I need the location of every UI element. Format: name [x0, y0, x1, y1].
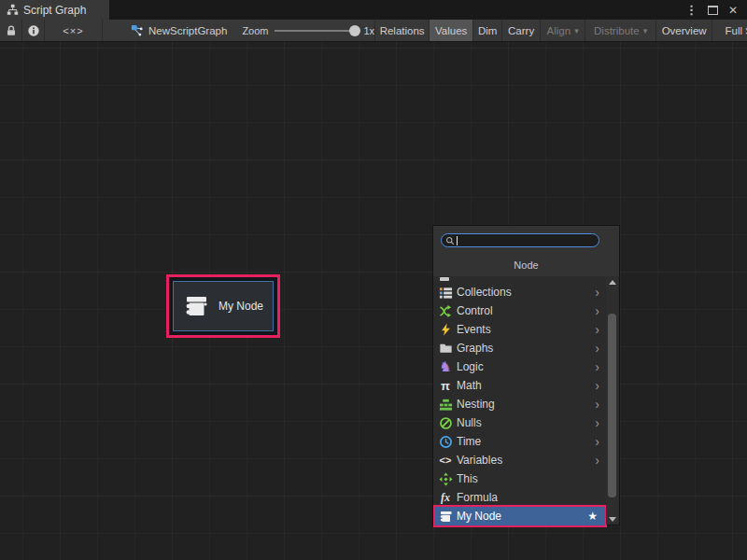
dim-label: Dim — [478, 25, 497, 36]
code-icon: <×> — [63, 25, 83, 36]
zoom-value: 1x — [364, 25, 375, 36]
chevron-right-icon: › — [595, 323, 599, 336]
finder-item-variables[interactable]: <> Variables › — [433, 451, 607, 469]
finder-item-this[interactable]: This — [433, 469, 607, 488]
align-dropdown[interactable]: Align ▾ — [540, 20, 585, 41]
graph-tree-icon — [7, 4, 19, 16]
values-label: Values — [435, 25, 467, 36]
finder-item-collections[interactable]: Collections › — [433, 283, 607, 301]
lock-icon — [5, 24, 18, 37]
knight-icon: ♞ — [438, 359, 453, 374]
node-icon — [438, 509, 453, 524]
finder-scrollbar — [606, 276, 618, 525]
chevron-down-icon: ▾ — [643, 26, 648, 35]
scrollbar-thumb[interactable] — [608, 314, 616, 497]
finder-item-math[interactable]: π Math › — [433, 376, 607, 395]
zoom-slider-track[interactable] — [275, 30, 359, 32]
favorite-star-icon[interactable]: ★ — [587, 510, 598, 523]
graph-toolbar: <×> NewScriptGraph Zoom 1x Relation — [0, 20, 747, 42]
chevron-right-icon: › — [595, 435, 599, 448]
finder-item-events[interactable]: Events › — [433, 320, 607, 339]
finder-item-label: Control — [457, 304, 493, 317]
chevron-down-icon: ▾ — [574, 26, 579, 35]
scrollbar-track[interactable] — [606, 287, 618, 513]
null-icon — [438, 415, 453, 430]
finder-item-nulls[interactable]: Nulls › — [433, 413, 607, 432]
folder-icon — [438, 341, 453, 356]
finder-item-time[interactable]: Time › — [433, 432, 607, 451]
chevron-right-icon: › — [595, 286, 599, 299]
script-graph-asset-icon — [131, 24, 144, 37]
maximize-icon[interactable] — [708, 6, 718, 15]
align-label: Align — [547, 25, 571, 36]
tab-script-graph[interactable]: Script Graph — [0, 0, 109, 20]
finder-item-label: My Node — [457, 510, 501, 523]
partially-scrolled-item — [440, 277, 449, 281]
chevron-right-icon: › — [595, 304, 599, 317]
info-button[interactable] — [22, 20, 45, 41]
node-icon — [182, 292, 210, 320]
finder-item-label: Graphs — [457, 342, 493, 355]
finder-item-formula[interactable]: fx Formula — [433, 488, 607, 507]
finder-item-label: Nulls — [457, 416, 482, 429]
finder-list: Collections › Control › — [433, 276, 619, 525]
script-graph-window: Script Graph ⋮ ✕ — [0, 0, 747, 560]
finder-item-label: Collections — [457, 286, 512, 299]
brackets-icon: <> — [438, 453, 453, 468]
scroll-down-button[interactable] — [606, 513, 618, 525]
pi-icon: π — [438, 378, 453, 393]
title-bar: Script Graph ⋮ ✕ — [0, 0, 747, 20]
search-input[interactable] — [459, 235, 581, 246]
finder-item-label: Logic — [457, 360, 484, 373]
window-controls: ⋮ ✕ — [685, 0, 747, 20]
graph-name-label: NewScriptGraph — [148, 25, 227, 36]
full-screen-button[interactable]: Full Screen — [712, 20, 747, 41]
finder-item-label: Formula — [457, 491, 498, 504]
finder-rows: Collections › Control › — [433, 283, 607, 525]
clock-icon — [438, 434, 453, 449]
chevron-right-icon: › — [595, 360, 599, 373]
lightning-icon — [438, 322, 453, 337]
close-icon[interactable]: ✕ — [728, 5, 738, 16]
finder-item-logic[interactable]: ♞ Logic › — [433, 357, 607, 376]
scroll-up-button[interactable] — [606, 276, 618, 287]
finder-item-my-node[interactable]: My Node ★ — [433, 507, 607, 525]
dim-button[interactable]: Dim — [472, 20, 501, 41]
finder-header: Node — [433, 259, 619, 271]
graph-canvas[interactable]: My Node Node — [0, 42, 747, 560]
zoom-label: Zoom — [242, 25, 268, 36]
code-preview-button[interactable]: <×> — [45, 20, 103, 41]
tab-title: Script Graph — [23, 4, 86, 17]
finder-item-label: Math — [457, 379, 482, 392]
finder-item-nesting[interactable]: Nesting › — [433, 395, 607, 413]
window-menu-icon[interactable]: ⋮ — [685, 4, 698, 16]
finder-item-label: Variables — [457, 454, 502, 467]
finder-item-label: Time — [457, 435, 481, 448]
fuzzy-finder-popup: Node Collections › — [432, 225, 620, 525]
finder-item-control[interactable]: Control › — [433, 301, 607, 320]
carry-button[interactable]: Carry — [501, 20, 540, 41]
chevron-right-icon: › — [595, 342, 599, 355]
finder-item-label: Events — [457, 323, 491, 336]
chevron-right-icon: › — [595, 379, 599, 392]
finder-item-label: This — [457, 472, 478, 485]
this-icon — [438, 471, 453, 486]
node-highlight-ring: My Node — [166, 274, 280, 338]
values-button[interactable]: Values — [429, 20, 472, 41]
overview-label: Overview — [662, 25, 707, 36]
relations-button[interactable]: Relations — [374, 20, 429, 41]
overview-button[interactable]: Overview — [655, 20, 712, 41]
my-node-unit[interactable]: My Node — [173, 281, 274, 331]
distribute-dropdown[interactable]: Distribute ▾ — [585, 20, 655, 41]
finder-item-graphs[interactable]: Graphs › — [433, 339, 607, 357]
relations-label: Relations — [380, 25, 425, 36]
zoom-slider-handle[interactable] — [349, 25, 360, 36]
graph-breadcrumb-button[interactable]: NewScriptGraph — [125, 20, 233, 41]
search-field[interactable] — [441, 233, 599, 247]
nesting-icon — [438, 397, 453, 412]
collections-icon — [438, 285, 453, 300]
chevron-right-icon: › — [595, 416, 599, 429]
search-icon — [445, 236, 455, 245]
lock-button[interactable] — [0, 20, 22, 41]
distribute-label: Distribute — [594, 25, 640, 36]
